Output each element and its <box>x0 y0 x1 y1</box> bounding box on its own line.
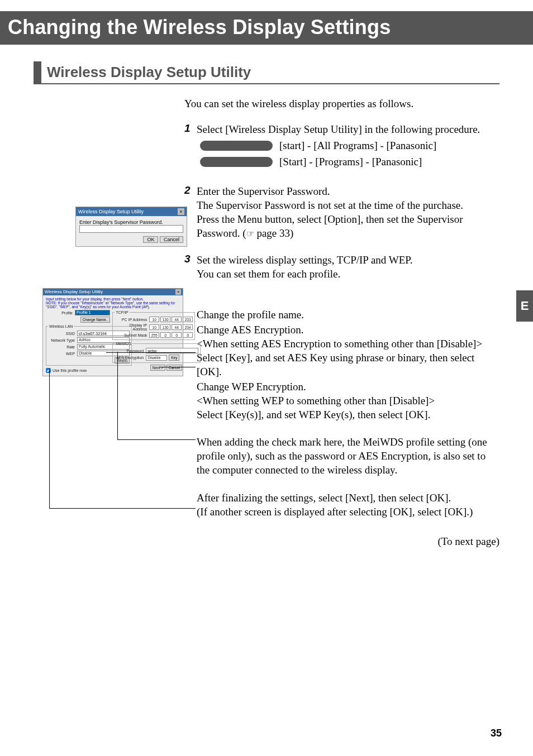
step1-os1: [start] - [All Programs] - [Panasonic] <box>279 138 436 152</box>
callout-wep-instr: Select [Key(s)], and set WEP Key(s), the… <box>197 408 499 422</box>
cancel-button[interactable]: Cancel <box>166 365 182 371</box>
ssid-label: SSID <box>48 332 77 336</box>
step1-os2: [Start] - [Programs] - [Panasonic] <box>279 155 422 169</box>
intro-text: You can set the wireless display propert… <box>184 98 499 110</box>
hand-icon: ☞ <box>246 228 254 240</box>
aes-select[interactable]: Disable <box>146 355 167 361</box>
callout-line <box>49 369 50 508</box>
step-1: 1 Select [Wireless Display Setup Utility… <box>184 122 499 169</box>
ok-button[interactable]: OK <box>143 236 158 243</box>
subnet-label: Subnet Mask <box>115 333 149 337</box>
step2-line2: The Supervisor Password is not set at th… <box>197 198 499 212</box>
step1-text: Select [Wireless Display Setup Utility] … <box>197 122 480 136</box>
next-button[interactable]: Next > <box>150 365 165 371</box>
use-profile-checkbox[interactable] <box>46 368 51 373</box>
dialog2-titlebar: Wireless Display Setup Utility × <box>43 289 183 295</box>
dispip-label: Display IP Address <box>115 323 149 331</box>
callout-wep-title: Change WEP Encryption. <box>197 380 499 394</box>
page-title: Changing the Wireless Display Settings <box>8 16 525 39</box>
dialog1-prompt: Enter Display's Supervisor Password. <box>79 219 183 225</box>
step2-line1: Enter the Supervisor Password. <box>197 184 499 198</box>
step3-line1: Set the wireless display settings, TCP/I… <box>197 253 413 267</box>
dialog1-titlebar: Wireless Display Setup Utility × <box>76 207 187 216</box>
wep-label: WEP <box>48 352 77 356</box>
os-pill-2 <box>200 157 273 167</box>
tcpip-fieldset: TCP/IP PC IP Address 1013044233 Display … <box>112 310 195 340</box>
subnet-input[interactable]: 255000 <box>149 332 193 338</box>
callout-aes-instr: Select [Key], and set AES Key using phra… <box>197 351 499 379</box>
os-pill-1 <box>200 141 273 151</box>
step-number: 1 <box>184 122 197 169</box>
dialog1-title-text: Wireless Display Setup Utility <box>78 209 144 214</box>
page-title-bar: Changing the Wireless Display Settings <box>0 11 533 45</box>
supervisor-password-input[interactable] <box>79 225 183 233</box>
dialog2-note1: Input setting below for your display, th… <box>46 297 180 301</box>
callout-line <box>49 508 196 509</box>
step-2: 2 Enter the Supervisor Password. The Sup… <box>184 184 499 240</box>
callout-checkbox: When adding the check mark here, the Mei… <box>197 435 499 477</box>
step-number: 3 <box>184 253 197 281</box>
profile-label: Profile <box>46 311 75 315</box>
profile-select[interactable]: Profile 1 <box>75 310 110 315</box>
callout-profile-name: Change the profile name. <box>197 308 499 322</box>
callout-line <box>117 439 196 440</box>
callout-aes-title: Change AES Encryption. <box>197 323 499 337</box>
use-profile-checkbox-row[interactable]: Use this profile now <box>46 368 110 373</box>
step3-line2: You can set them for each profile. <box>197 267 413 281</box>
aes-key-button[interactable]: Key <box>169 355 179 361</box>
side-tab: E <box>516 290 533 322</box>
step2-line3: Press the Menu button, select [Option], … <box>197 212 499 240</box>
callout-finalize2: (If another screen is displayed after se… <box>197 505 499 519</box>
cancel-button[interactable]: Cancel <box>160 236 183 243</box>
pcip-input[interactable]: 1013044233 <box>149 317 193 322</box>
setup-utility-dialog: Wireless Display Setup Utility × Input s… <box>42 288 183 376</box>
aes-label: AES Encryption <box>115 356 146 360</box>
callout-line <box>159 367 196 367</box>
page-number: 35 <box>491 728 502 739</box>
to-next-page: (To next page) <box>197 535 499 548</box>
dialog2-note2: NOTE: If you choose "Infrastructure" at … <box>46 301 180 309</box>
pcip-label: PC IP Address <box>115 318 149 322</box>
nettype-label: Network Type <box>48 338 77 342</box>
callout-aes-when: <When setting AES Encryption to somethin… <box>197 337 499 351</box>
callout-line <box>106 352 196 353</box>
change-name-button[interactable]: Change Name.. <box>80 317 111 323</box>
dispip-input[interactable]: 1013044234 <box>149 324 193 330</box>
supervisor-password-dialog: Wireless Display Setup Utility × Enter D… <box>75 207 187 247</box>
callout-line <box>117 352 118 439</box>
callout-wep-when: <When setting WEP to something other tha… <box>197 394 499 408</box>
close-icon[interactable]: × <box>175 289 181 295</box>
rate-label: Rate <box>48 345 77 349</box>
step-3: 3 Set the wireless display settings, TCP… <box>184 253 499 281</box>
section-heading: Wireless Display Setup Utility <box>34 61 499 84</box>
close-icon[interactable]: × <box>178 208 184 215</box>
callout-finalize: After finalizing the settings, select [N… <box>197 491 499 505</box>
